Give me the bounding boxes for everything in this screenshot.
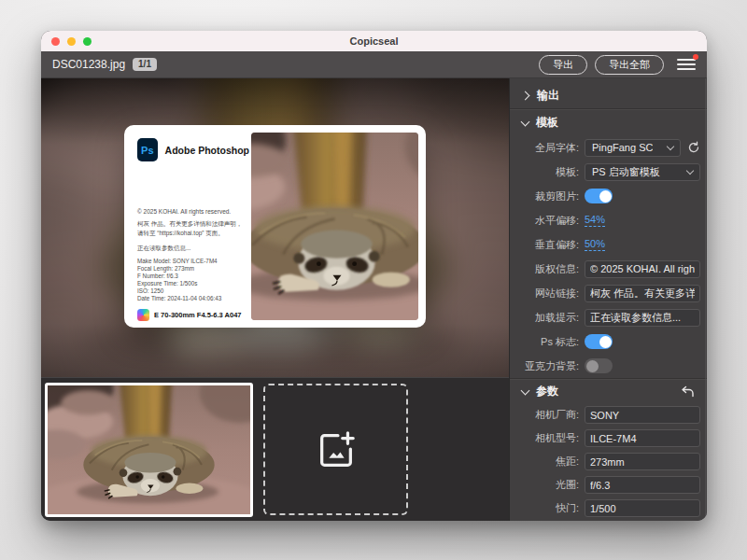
section-output-title: 输出 [537, 88, 559, 104]
shutter-input[interactable] [585, 499, 700, 517]
camera-make-label: 相机厂商: [510, 408, 585, 422]
font-select[interactable]: PingFang SC [585, 139, 681, 157]
card-loading-text: 正在读取参数信息... [137, 245, 249, 253]
website-input[interactable] [585, 285, 700, 302]
aperture-input[interactable] [585, 476, 700, 494]
aperture-row: 光圈: [510, 473, 707, 497]
template-row: 模板: PS 启动窗模板 [510, 160, 707, 184]
card-description: 柯灰 作品。有关更多详情和法律声明， 请转至 “https://kohai.to… [137, 219, 249, 238]
preview-area: Ps Adobe Photoshop © 2025 KOHAI. All rig… [41, 78, 509, 377]
lens-brand-icon [137, 309, 149, 321]
copyright-row: 版权信息: [510, 257, 707, 281]
h-offset-value[interactable]: 54% [585, 214, 605, 227]
card-copyright: © 2025 KOHAI. All rights reserved. [137, 208, 249, 215]
crop-toggle[interactable] [585, 189, 613, 203]
camera-make-row: 相机厂商: [510, 403, 707, 427]
focal-length-row: 焦距: [510, 450, 707, 473]
camera-model-label: 相机型号: [510, 431, 585, 445]
focal-length-label: 焦距: [510, 455, 585, 469]
export-button[interactable]: 导出 [539, 55, 587, 75]
section-template-title: 模板 [536, 115, 558, 131]
current-filename: DSC01238.jpg [52, 58, 125, 71]
ps-logo-toggle[interactable] [585, 334, 613, 349]
photoshop-logo-icon: Ps [137, 138, 158, 161]
v-offset-value[interactable]: 50% [585, 238, 605, 251]
settings-panel: 输出 模板 全局字体: PingFang SC [509, 78, 707, 521]
refresh-fonts-icon[interactable] [687, 141, 700, 154]
section-output[interactable]: 输出 [510, 82, 707, 108]
font-row: 全局字体: PingFang SC [510, 135, 707, 160]
v-offset-row: 垂直偏移: 50% [510, 232, 707, 257]
export-all-button[interactable]: 导出全部 [595, 55, 664, 75]
loading-row: 加载提示: [510, 305, 707, 329]
copyright-input[interactable] [585, 260, 700, 278]
website-label: 网站链接: [510, 287, 585, 301]
card-exif-block: Make Model: SONY ILCE-7M4 Focal Length: … [137, 258, 249, 302]
card-photo [251, 133, 418, 320]
template-select[interactable]: PS 启动窗模板 [585, 163, 700, 181]
section-template[interactable]: 模板 [510, 109, 707, 135]
add-image-dropzone[interactable] [263, 384, 408, 515]
camera-model-row: 相机型号: [510, 427, 707, 450]
crop-label: 裁剪图片: [510, 189, 585, 203]
h-offset-row: 水平偏移: 54% [510, 208, 707, 232]
loading-input[interactable] [585, 309, 700, 327]
reset-params-icon[interactable] [681, 385, 695, 398]
toolbar: DSC01238.jpg 1/1 导出 导出全部 [41, 51, 707, 78]
aperture-label: 光圈: [510, 478, 585, 492]
ps-logo-label: Ps 标志: [510, 335, 585, 349]
section-params-title: 参数 [536, 384, 558, 399]
titlebar: Copicseal [41, 31, 707, 51]
card-app-title: Adobe Photoshop [165, 145, 249, 156]
v-offset-label: 垂直偏移: [510, 238, 585, 252]
window-title: Copicseal [41, 35, 707, 47]
acrylic-row: 亚克力背景: [510, 354, 707, 378]
template-label: 模板: [510, 165, 585, 179]
watermark-card[interactable]: Ps Adobe Photoshop © 2025 KOHAI. All rig… [124, 125, 426, 328]
filmstrip [41, 377, 509, 521]
chevron-down-icon [521, 117, 530, 126]
chevron-down-icon [686, 167, 694, 175]
shutter-label: 快门: [510, 501, 585, 515]
notification-dot [693, 54, 698, 60]
focal-length-input[interactable] [585, 453, 700, 470]
acrylic-toggle[interactable] [585, 358, 613, 373]
crop-row: 裁剪图片: [510, 184, 707, 208]
app-window: Copicseal DSC01238.jpg 1/1 导出 导出全部 [41, 31, 707, 521]
add-image-icon [315, 428, 358, 471]
loading-label: 加载提示: [510, 311, 585, 325]
card-lens-info: E 70-300mm F4.5-6.3 A047 [154, 311, 242, 319]
page-count-badge: 1/1 [133, 58, 157, 71]
font-label: 全局字体: [510, 141, 585, 155]
website-row: 网站链接: [510, 281, 707, 305]
copyright-label: 版权信息: [510, 262, 585, 276]
section-params[interactable]: 参数 [510, 379, 707, 403]
hamburger-menu-button[interactable] [677, 56, 696, 73]
ps-logo-row: Ps 标志: [510, 329, 707, 354]
chevron-right-icon [521, 91, 530, 100]
h-offset-label: 水平偏移: [510, 214, 585, 228]
chevron-down-icon [521, 385, 530, 395]
chevron-down-icon [667, 143, 674, 150]
thumbnail-photo[interactable] [45, 383, 253, 517]
acrylic-label: 亚克力背景: [510, 359, 585, 373]
camera-model-input[interactable] [585, 429, 700, 447]
shutter-row: 快门: [510, 497, 707, 520]
camera-make-input[interactable] [585, 406, 700, 424]
